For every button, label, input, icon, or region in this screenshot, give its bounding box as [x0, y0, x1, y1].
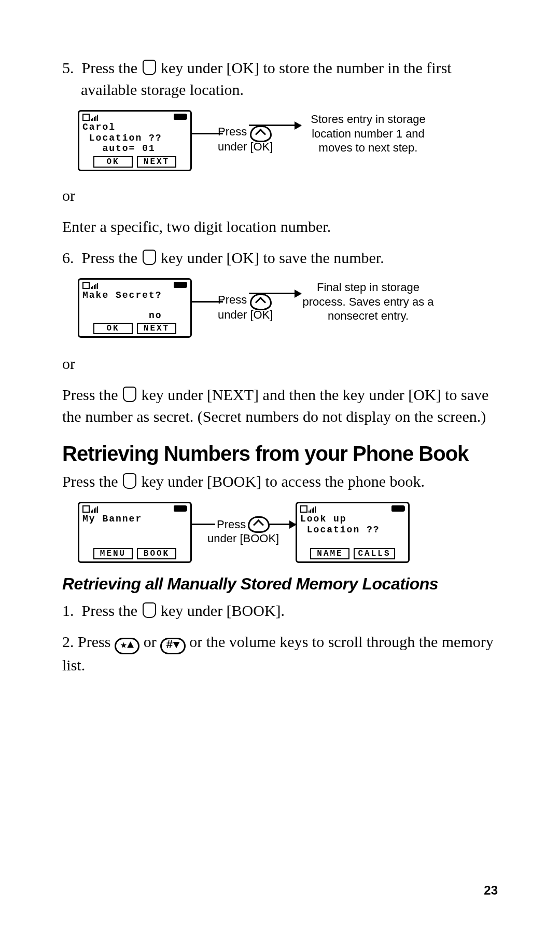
secret-paragraph: Press the key under [NEXT] and then the …	[62, 384, 498, 428]
lcd-screen-right: Look up Location ?? NAME CALLS	[296, 502, 410, 563]
figure-callout: Stores entry in storage location number …	[301, 112, 436, 155]
softkey-label: OK	[93, 323, 133, 334]
page-number: 23	[484, 883, 498, 898]
figure-store-auto: Carol Location ?? auto= 01 OK NEXT Press…	[78, 110, 498, 177]
softkey-label: OK	[93, 156, 133, 168]
lcd-screen-left: My Banner MENU BOOK	[78, 502, 192, 563]
step-6: 6. Press the key under [OK] to save the …	[62, 247, 498, 269]
figure-callout: Final step in storage process. Saves ent…	[301, 280, 436, 323]
softkey-icon	[123, 387, 136, 402]
step-6-num: 6.	[62, 249, 74, 266]
or-text: or	[62, 353, 498, 375]
retrieve-step-2: 2. Press ★▲ or #▼ or the volume keys to …	[62, 631, 498, 676]
pound-down-key-icon: #▼	[160, 638, 185, 654]
softkey-label: NEXT	[137, 323, 176, 334]
softkey-label: CALLS	[354, 548, 395, 559]
enter-specific: Enter a specific, two digit location num…	[62, 216, 498, 238]
or-text: or	[62, 185, 498, 207]
softkey-icon	[123, 473, 136, 489]
lcd-screen: Make Secret? no OK NEXT	[78, 278, 192, 338]
subheading-retrieve-all: Retrieving all Manually Stored Memory Lo…	[62, 574, 498, 594]
heading-retrieve: Retrieving Numbers from your Phone Book	[62, 442, 498, 465]
press-arrow: Press under [OK]	[192, 110, 301, 177]
press-arrow: Press under [OK]	[192, 278, 301, 346]
softkey-label: NAME	[310, 548, 349, 559]
retrieve-paragraph: Press the key under [BOOK] to access the…	[62, 471, 498, 492]
star-up-key-icon: ★▲	[115, 638, 139, 654]
softkey-icon	[143, 250, 156, 265]
softkey-label: BOOK	[137, 548, 176, 559]
up-key-icon	[248, 516, 270, 533]
softkey-label: MENU	[93, 548, 133, 559]
press-arrow: Press under [BOOK]	[192, 502, 296, 559]
softkey-label: NEXT	[137, 156, 176, 168]
retrieve-step-1: 1. Press the key under [BOOK].	[62, 600, 498, 622]
figure-book-lookup: My Banner MENU BOOK Press under [BOOK]	[78, 502, 498, 563]
softkey-icon	[143, 602, 156, 618]
lcd-screen: Carol Location ?? auto= 01 OK NEXT	[78, 110, 192, 171]
softkey-icon	[143, 60, 156, 75]
step-5: 5. Press the key under [OK] to store the…	[62, 57, 498, 101]
figure-make-secret: Make Secret? no OK NEXT Press under [OK]…	[78, 278, 498, 346]
step-5-num: 5.	[62, 59, 74, 76]
manual-page: 5. Press the key under [OK] to store the…	[0, 0, 560, 934]
